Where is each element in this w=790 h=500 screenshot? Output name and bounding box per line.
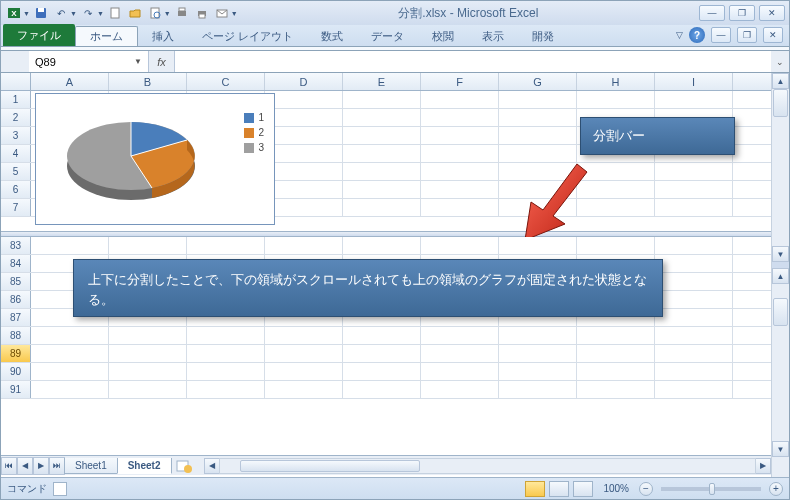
row-header[interactable]: 7 — [1, 199, 31, 216]
cell[interactable] — [187, 363, 265, 380]
cell[interactable] — [109, 345, 187, 362]
cell[interactable] — [265, 163, 343, 180]
cell[interactable] — [655, 345, 733, 362]
tab-data[interactable]: データ — [357, 26, 418, 46]
cell[interactable] — [343, 145, 421, 162]
open-icon[interactable] — [126, 4, 144, 22]
cell[interactable] — [499, 381, 577, 398]
view-page-break-icon[interactable] — [573, 481, 593, 497]
cell[interactable] — [421, 327, 499, 344]
cell[interactable] — [655, 309, 733, 326]
mail-icon[interactable] — [213, 4, 231, 22]
save-icon[interactable] — [32, 4, 50, 22]
maximize-button[interactable]: ❐ — [729, 5, 755, 21]
tab-view[interactable]: 表示 — [468, 26, 518, 46]
row-header[interactable]: 86 — [1, 291, 31, 308]
cell[interactable] — [265, 181, 343, 198]
excel-icon[interactable]: X — [5, 4, 23, 22]
cell[interactable] — [343, 181, 421, 198]
cell[interactable] — [265, 363, 343, 380]
cell[interactable] — [421, 345, 499, 362]
cell[interactable] — [31, 381, 109, 398]
preview-icon[interactable] — [146, 4, 164, 22]
row-header[interactable]: 2 — [1, 109, 31, 126]
cell[interactable] — [655, 381, 733, 398]
cell[interactable] — [655, 273, 733, 290]
hscroll-track[interactable] — [219, 458, 757, 474]
insert-sheet-icon[interactable] — [174, 458, 194, 474]
cell[interactable] — [421, 163, 499, 180]
excel-dropdown-icon[interactable]: ▼ — [23, 10, 30, 17]
formula-expand-icon[interactable]: ⌄ — [771, 57, 789, 67]
row-header[interactable]: 88 — [1, 327, 31, 344]
cell[interactable] — [187, 345, 265, 362]
tab-page-layout[interactable]: ページ レイアウト — [188, 26, 307, 46]
cell[interactable] — [655, 163, 733, 180]
cell[interactable] — [499, 327, 577, 344]
cell[interactable] — [265, 109, 343, 126]
cell[interactable] — [655, 255, 733, 272]
undo-icon[interactable]: ↶ — [52, 4, 70, 22]
zoom-slider[interactable] — [661, 487, 761, 491]
cell[interactable] — [343, 127, 421, 144]
cell[interactable] — [31, 327, 109, 344]
cell[interactable] — [499, 237, 577, 254]
print-icon[interactable] — [193, 4, 211, 22]
cell[interactable] — [343, 327, 421, 344]
cell[interactable] — [31, 363, 109, 380]
zoom-out-button[interactable]: − — [639, 482, 653, 496]
cell[interactable] — [499, 363, 577, 380]
tab-nav-first-icon[interactable]: ⏮ — [1, 457, 17, 475]
vscroll-down-icon[interactable]: ▼ — [772, 441, 789, 457]
cell[interactable] — [31, 237, 109, 254]
col-header[interactable]: B — [109, 73, 187, 90]
fx-icon[interactable]: fx — [149, 51, 175, 72]
tab-formulas[interactable]: 数式 — [307, 26, 357, 46]
cell[interactable] — [343, 91, 421, 108]
vertical-scrollbar[interactable]: ▲ ▼ ▲ ▼ — [771, 73, 789, 477]
row-header[interactable]: 91 — [1, 381, 31, 398]
row-header[interactable]: 90 — [1, 363, 31, 380]
cell[interactable] — [421, 363, 499, 380]
col-header[interactable]: F — [421, 73, 499, 90]
col-header[interactable]: I — [655, 73, 733, 90]
sheet-tab-active[interactable]: Sheet2 — [117, 458, 172, 474]
cell[interactable] — [499, 109, 577, 126]
cell[interactable] — [343, 345, 421, 362]
qat-customize-icon[interactable]: ▼ — [231, 10, 238, 17]
cell[interactable] — [187, 327, 265, 344]
vscroll-up-icon[interactable]: ▲ — [772, 268, 789, 284]
row-header[interactable]: 6 — [1, 181, 31, 198]
row-header[interactable]: 87 — [1, 309, 31, 326]
cell[interactable] — [343, 237, 421, 254]
cell[interactable] — [499, 345, 577, 362]
cell[interactable] — [499, 127, 577, 144]
col-header[interactable]: C — [187, 73, 265, 90]
cell[interactable] — [343, 199, 421, 216]
cell[interactable] — [655, 181, 733, 198]
tab-developer[interactable]: 開発 — [518, 26, 568, 46]
tab-nav-last-icon[interactable]: ⏭ — [49, 457, 65, 475]
cell[interactable] — [109, 363, 187, 380]
cell[interactable] — [421, 109, 499, 126]
row-header[interactable]: 1 — [1, 91, 31, 108]
redo-icon[interactable]: ↷ — [79, 4, 97, 22]
help-icon[interactable]: ? — [689, 27, 705, 43]
cell[interactable] — [421, 381, 499, 398]
vscroll-thumb-bottom[interactable] — [773, 298, 788, 326]
hscroll-right-icon[interactable]: ▶ — [755, 458, 771, 474]
cell[interactable] — [577, 345, 655, 362]
vscroll-down-icon[interactable]: ▼ — [772, 246, 789, 262]
cell[interactable] — [577, 327, 655, 344]
quickprint-icon[interactable] — [173, 4, 191, 22]
row-header[interactable]: 84 — [1, 255, 31, 272]
tab-review[interactable]: 校閲 — [418, 26, 468, 46]
name-box-dropdown-icon[interactable]: ▼ — [134, 57, 142, 66]
redo-dropdown-icon[interactable]: ▼ — [97, 10, 104, 17]
zoom-level[interactable]: 100% — [603, 483, 629, 494]
new-icon[interactable] — [106, 4, 124, 22]
undo-dropdown-icon[interactable]: ▼ — [70, 10, 77, 17]
tab-nav-prev-icon[interactable]: ◀ — [17, 457, 33, 475]
cell[interactable] — [421, 181, 499, 198]
cell[interactable] — [421, 91, 499, 108]
